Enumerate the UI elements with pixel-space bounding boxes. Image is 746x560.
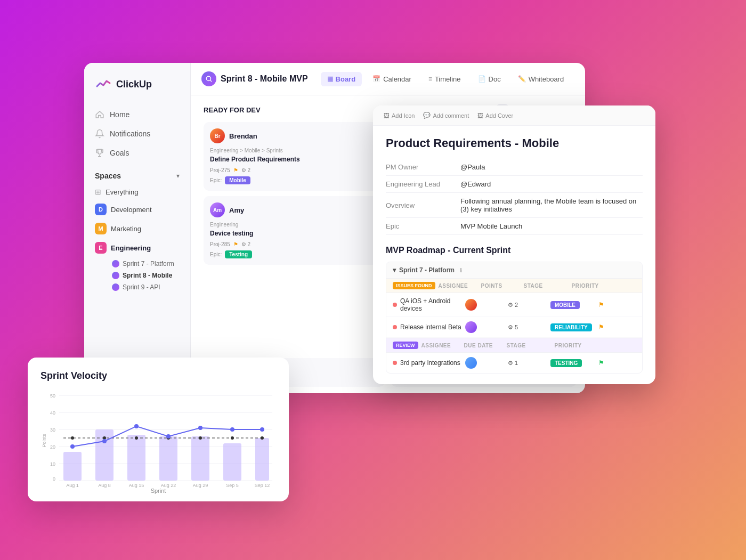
tab-whiteboard[interactable]: ✏️ Whiteboard [512, 72, 570, 86]
svg-text:10: 10 [50, 461, 55, 467]
sprint-group-header: ▾ Sprint 7 - Platform ℹ [386, 262, 642, 279]
task-3rd-party: 3rd party integrations [393, 359, 465, 367]
calendar-icon: 📅 [372, 75, 380, 83]
task-qa-ios: QA iOS + Android devices [393, 297, 465, 312]
sidebar-item-everything[interactable]: ⊞ Everything [88, 184, 186, 199]
info-icon: ℹ [460, 267, 462, 273]
points-cell-2: ⚙ 5 [508, 324, 550, 331]
gear-icon-sm: ⚙ [508, 302, 513, 309]
product-title: Product Requirements - Mobile [386, 136, 643, 150]
task-release-beta: Release internal Beta [393, 323, 465, 331]
svg-rect-18 [191, 436, 209, 481]
assignee-cell-1 [465, 299, 508, 311]
assignee-info-amy: Am Amy [210, 202, 244, 217]
chart-area: 50 40 30 20 10 0 Points [40, 390, 276, 491]
svg-text:Aug 8: Aug 8 [98, 483, 111, 488]
sidebar-item-sprint7[interactable]: Sprint 7 - Platform [88, 258, 186, 270]
cover-icon: 🖼 [477, 112, 483, 119]
sidebar-item-sprint8[interactable]: Sprint 8 - Mobile [88, 270, 186, 281]
review-badge: REVIEW [393, 342, 418, 349]
svg-rect-16 [127, 435, 145, 481]
meta-row-epic: Epic MVP Mobile Launch [386, 218, 643, 235]
svg-text:50: 50 [50, 393, 55, 399]
chevron-down-icon: ▾ [176, 172, 180, 180]
svg-point-34 [230, 427, 234, 432]
review-headers: ASSIGNEE DUE DATE STAGE PRIORITY [421, 343, 636, 348]
gear-icon: ⚙ 2 [241, 241, 250, 247]
sidebar-item-engineering[interactable]: E Engineering [88, 239, 186, 257]
stage-reliability-badge: RELIABILITY [550, 323, 592, 331]
sidebar-item-home[interactable]: Home [88, 105, 186, 124]
sidebar-item-goals[interactable]: Goals [88, 144, 186, 162]
sprint-icon [112, 283, 119, 291]
svg-text:Points: Points [42, 434, 47, 448]
sprint-row-qa-ios: QA iOS + Android devices ⚙ 2 MOBILE ⚑ [386, 293, 642, 317]
assignee-cell-2 [465, 321, 508, 333]
sprint-search-icon [201, 71, 216, 86]
trophy-icon [95, 148, 104, 158]
task-dot [393, 303, 397, 307]
space-dot-engineering: E [95, 242, 107, 254]
tab-board[interactable]: ▦ Board [321, 72, 362, 86]
add-comment-button[interactable]: 💬 Add comment [423, 112, 469, 119]
svg-point-22 [71, 436, 74, 440]
clickup-logo-icon [95, 76, 112, 93]
svg-point-27 [231, 436, 234, 440]
velocity-chart: 50 40 30 20 10 0 Points [40, 390, 275, 489]
issues-found-badge: ISSUES FOUND [393, 282, 435, 289]
priority-flag-green: ⚑ [598, 359, 604, 367]
tab-doc[interactable]: 📄 Doc [472, 72, 507, 86]
priority-flag-high: ⚑ [598, 301, 604, 309]
velocity-card: Sprint Velocity 50 40 30 20 10 0 Points [28, 358, 289, 501]
avatar-brendan-row [465, 299, 477, 311]
sidebar-nav: Home Notifications Goals [84, 105, 190, 162]
svg-point-24 [135, 436, 138, 440]
svg-point-35 [260, 427, 264, 432]
svg-text:0: 0 [53, 476, 55, 482]
sidebar-item-development[interactable]: D Development [88, 200, 186, 218]
task-dot [393, 325, 397, 329]
meta-row-overview: Overview Following annual planning, the … [386, 193, 643, 218]
epic-tag-testing: Testing [225, 250, 252, 258]
tab-timeline[interactable]: ≡ Timeline [422, 72, 467, 86]
doc-icon: 📄 [478, 75, 486, 83]
meta-table: PM Owner @Paula Engineering Lead @Edward… [386, 159, 643, 235]
add-icon-button[interactable]: 🖼 Add Icon [384, 112, 415, 119]
svg-point-28 [261, 436, 264, 440]
roadmap-title: MVP Roadmap - Current Sprint [386, 246, 643, 255]
sidebar-item-sprint9[interactable]: Sprint 9 - API [88, 281, 186, 293]
comment-icon: 💬 [423, 112, 431, 119]
spaces-section: Spaces ▾ [84, 163, 190, 184]
avatar-brendan: Br [210, 128, 225, 143]
stage-cell-3: TESTING [550, 359, 598, 367]
sidebar-item-marketing[interactable]: M Marketing [88, 220, 186, 238]
sprint-title: Sprint 8 - Mobile MVP [221, 74, 308, 84]
priority-cell-2: ⚑ [598, 323, 636, 331]
sprint-icon [112, 272, 119, 279]
svg-point-30 [102, 439, 107, 443]
product-card-body: Product Requirements - Mobile PM Owner @… [373, 126, 655, 384]
svg-text:Aug 15: Aug 15 [129, 483, 144, 488]
space-dot-development: D [95, 204, 107, 215]
whiteboard-icon: ✏️ [518, 75, 526, 83]
epic-tag-mobile: Mobile [225, 176, 250, 184]
svg-text:Sep 5: Sep 5 [226, 483, 239, 488]
timeline-icon: ≡ [428, 75, 432, 83]
image-icon: 🖼 [384, 112, 390, 119]
sprint-row-release-beta: Release internal Beta ⚙ 5 RELIABILITY ⚑ [386, 317, 642, 338]
svg-point-33 [198, 426, 202, 430]
stage-cell-2: RELIABILITY [550, 323, 598, 331]
svg-point-26 [199, 436, 202, 440]
svg-text:20: 20 [50, 444, 55, 450]
top-bar: Sprint 8 - Mobile MVP ▦ Board 📅 Calendar… [191, 63, 585, 95]
sidebar-item-notifications[interactable]: Notifications [88, 125, 186, 143]
grid-icon: ⊞ [95, 188, 101, 196]
meta-row-eng-lead: Engineering Lead @Edward [386, 176, 643, 193]
avatar-blue-row [465, 357, 477, 369]
svg-text:Aug 29: Aug 29 [193, 483, 208, 488]
add-cover-button[interactable]: 🖼 Add Cover [477, 112, 513, 119]
svg-point-31 [134, 424, 139, 428]
bell-icon [95, 129, 104, 139]
product-card-toolbar: 🖼 Add Icon 💬 Add comment 🖼 Add Cover [373, 105, 655, 126]
tab-calendar[interactable]: 📅 Calendar [366, 72, 418, 86]
